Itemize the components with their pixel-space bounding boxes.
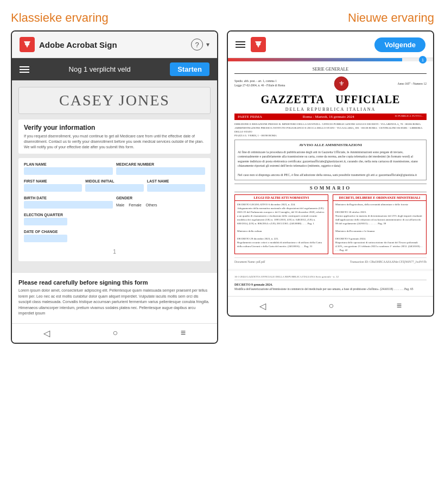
birth-date-label: BIRTH DATE bbox=[24, 196, 113, 200]
date-of-change-label: DATE OF CHANGE bbox=[24, 230, 205, 234]
new-home-icon[interactable]: ○ bbox=[328, 301, 334, 311]
new-acrobat-logo-icon bbox=[251, 37, 266, 52]
field-row-3: BIRTH DATE GENDER Male Female Others bbox=[24, 196, 205, 209]
field-row-2: FIRST NAME MIDDLE INITIAL LAST NAME bbox=[24, 179, 205, 192]
classic-body: CASEY JONES Verify your information If y… bbox=[12, 80, 217, 272]
gender-label: GENDER bbox=[116, 196, 205, 200]
page2-decree-text: Modifica dell'autorizzazione all'immissi… bbox=[234, 287, 427, 292]
gazette-header: Spediz. abb. post. - art. 1, comma 1Legg… bbox=[234, 76, 427, 91]
verify-title: Verify your information bbox=[24, 124, 205, 131]
back-icon[interactable]: ◁ bbox=[43, 328, 50, 338]
avviso-end: Nel caso non si disponga ancora di PEC, … bbox=[238, 173, 423, 177]
middle-initial-input[interactable] bbox=[85, 184, 143, 192]
gazzetta-page2: 16-1-2024 GAZZETTA UFFICIALE DELLA REPUB… bbox=[228, 271, 433, 296]
sommario-col-2: DECRETI, DELIBERE E ORDINANZE MINISTERIA… bbox=[333, 194, 427, 254]
middle-initial-group: MIDDLE INITIAL bbox=[85, 179, 143, 192]
menu-icon[interactable]: ≡ bbox=[181, 328, 186, 338]
gazzetta-main: GAZZETTA bbox=[261, 93, 325, 105]
last-name-group: LAST NAME bbox=[147, 179, 205, 192]
parte-date: Roma - Martedì, 16 gennaio 2024 bbox=[303, 115, 354, 119]
volgende-button[interactable]: Volgende bbox=[374, 37, 425, 52]
sommario-cols: LEGGI ED ALTRI ATTI NORMATIVI DECRETO LE… bbox=[234, 194, 427, 254]
sommario-col-1-title: LEGGI ED ALTRI ATTI NORMATIVI bbox=[235, 195, 328, 201]
sommario-section: SOMMARIO LEGGI ED ALTRI ATTI NORMATIVI D… bbox=[234, 184, 427, 254]
medicare-input[interactable] bbox=[116, 167, 205, 175]
gazzetta-subtitle: DELLA REPUBBLICA ITALIANA bbox=[234, 107, 427, 112]
gender-female[interactable]: Female bbox=[129, 203, 141, 207]
signature-area: CASEY JONES bbox=[18, 87, 211, 114]
signature-text: CASEY JONES bbox=[24, 92, 205, 109]
home-icon[interactable]: ○ bbox=[112, 328, 118, 338]
new-hamburger-icon[interactable] bbox=[236, 41, 245, 48]
field-row-1: PLAN NAME MEDICARE NUMBER bbox=[24, 162, 205, 175]
svg-text:⚜: ⚜ bbox=[338, 80, 344, 87]
new-header: Volgende bbox=[228, 32, 433, 58]
form-fields: PLAN NAME MEDICARE NUMBER FIRST NAME bbox=[18, 158, 211, 261]
birth-date-input[interactable] bbox=[24, 201, 113, 209]
page-indicator: 1 bbox=[24, 247, 205, 257]
sommario-col-1: LEGGI ED ALTRI ATTI NORMATIVI DECRETO LE… bbox=[234, 194, 328, 254]
new-back-icon[interactable]: ◁ bbox=[259, 301, 266, 311]
new-menu-icon[interactable]: ≡ bbox=[397, 301, 402, 311]
gender-group: GENDER Male Female Others bbox=[116, 196, 205, 209]
page2-content: DECRETO 9 gennaio 2024. Modifica dell'au… bbox=[234, 283, 427, 292]
page-wrapper: Klassieke ervaring Nieuwe ervaring Adobe… bbox=[11, 11, 434, 344]
avviso-text: Al fine di ottimizzare la procedura di p… bbox=[238, 150, 423, 168]
first-name-input[interactable] bbox=[24, 184, 82, 192]
avviso-section: AVVISO ALLE AMMINISTRAZIONI Al fine di o… bbox=[234, 140, 427, 180]
parte-address: DIREZIONE E REDAZIONE PRESSO IL MINISTER… bbox=[234, 122, 427, 137]
election-label: ELECTION Quarter bbox=[24, 213, 205, 217]
new-doc-area[interactable]: SERIE GENERALE Spediz. abb. post. - art.… bbox=[228, 61, 433, 296]
plan-name-input[interactable] bbox=[24, 167, 113, 175]
app-title: Adobe Acrobat Sign bbox=[39, 40, 117, 49]
date-of-change-group: DATE OF CHANGE bbox=[24, 230, 205, 242]
sommario-col-1-content: DECRETO LEGISLATIVO 6 dicembre 2023, n. … bbox=[235, 201, 328, 250]
required-field-text: Nog 1 verplicht veld bbox=[69, 65, 131, 73]
election-input[interactable] bbox=[24, 218, 67, 225]
gender-male[interactable]: Male bbox=[116, 203, 124, 207]
parte-prima-label: PARTE PRIMA bbox=[238, 115, 262, 119]
field-row-5: DATE OF CHANGE bbox=[24, 230, 205, 242]
progress-indicator: 1 bbox=[419, 56, 427, 64]
page2-decree-title: DECRETO 9 gennaio 2024. bbox=[234, 283, 427, 286]
notice-title: Please read carefully before signing thi… bbox=[18, 279, 211, 286]
classic-toolbar: Nog 1 verplicht veld Starten bbox=[12, 58, 217, 80]
gender-options: Male Female Others bbox=[116, 203, 205, 207]
verify-info-section: Verify your information If you request d… bbox=[18, 119, 211, 154]
columns: Adobe Acrobat Sign ? ▾ Nog 1 verplicht v… bbox=[11, 30, 434, 344]
parte-right: SI PUBBLICA TUTTI I... bbox=[395, 115, 423, 119]
classic-header-left: Adobe Acrobat Sign bbox=[20, 37, 117, 52]
gazzetta-ufficiale: UFFICIALE bbox=[335, 93, 400, 105]
hamburger-menu-icon[interactable] bbox=[20, 66, 29, 73]
starten-button[interactable]: Starten bbox=[170, 62, 209, 76]
doc-footer: Document Name: pdf.pdf Transaction ID: C… bbox=[234, 257, 427, 263]
doc-footer-left: Document Name: pdf.pdf bbox=[234, 260, 265, 263]
section-headers: Klassieke ervaring Nieuwe ervaring bbox=[11, 11, 434, 25]
parte-prima-bar: PARTE PRIMA Roma - Martedì, 16 gennaio 2… bbox=[234, 114, 427, 120]
page2-header: 16-1-2024 GAZZETTA UFFICIALE DELLA REPUB… bbox=[234, 275, 427, 280]
gazzetta-title: GAZZETTA UFFICIALE bbox=[234, 93, 427, 106]
medicare-label: MEDICARE NUMBER bbox=[116, 162, 205, 166]
last-name-label: LAST NAME bbox=[147, 179, 205, 183]
page2-header-text: 16-1-2024 GAZZETTA UFFICIALE DELLA REPUB… bbox=[234, 275, 339, 278]
acrobat-logo-icon bbox=[20, 37, 35, 52]
emblem-icon: ⚜ bbox=[334, 76, 349, 91]
classic-header: Adobe Acrobat Sign ? ▾ bbox=[12, 32, 217, 58]
gazzetta-document: SERIE GENERALE Spediz. abb. post. - art.… bbox=[228, 61, 433, 269]
first-name-label: FIRST NAME bbox=[24, 179, 82, 183]
help-button[interactable]: ? bbox=[191, 39, 203, 51]
new-header-left bbox=[236, 37, 266, 52]
gender-others[interactable]: Others bbox=[146, 203, 157, 207]
classic-bottom-nav: ◁ ○ ≡ bbox=[12, 323, 217, 343]
doc-footer-right: Transaction ID: CBuOHBCAA8AAPde-CFZjN6N7… bbox=[350, 260, 427, 263]
notice-text: Lorem ipsum dolor amet, consectetuer adi… bbox=[18, 288, 211, 317]
new-bottom-nav: ◁ ○ ≡ bbox=[228, 296, 433, 316]
election-group: ELECTION Quarter bbox=[24, 213, 205, 225]
right-section-title: Nieuwe ervaring bbox=[348, 11, 434, 25]
last-name-input[interactable] bbox=[147, 184, 205, 192]
first-name-group: FIRST NAME bbox=[24, 179, 82, 192]
plan-name-group: PLAN NAME bbox=[24, 162, 113, 175]
sommario-col-2-title: DECRETI, DELIBERE E ORDINANZE MINISTERIA… bbox=[333, 195, 426, 201]
date-of-change-input[interactable] bbox=[24, 235, 67, 242]
sommario-col-2-content: Ministero dell'agricoltura, della sovran… bbox=[333, 201, 426, 254]
